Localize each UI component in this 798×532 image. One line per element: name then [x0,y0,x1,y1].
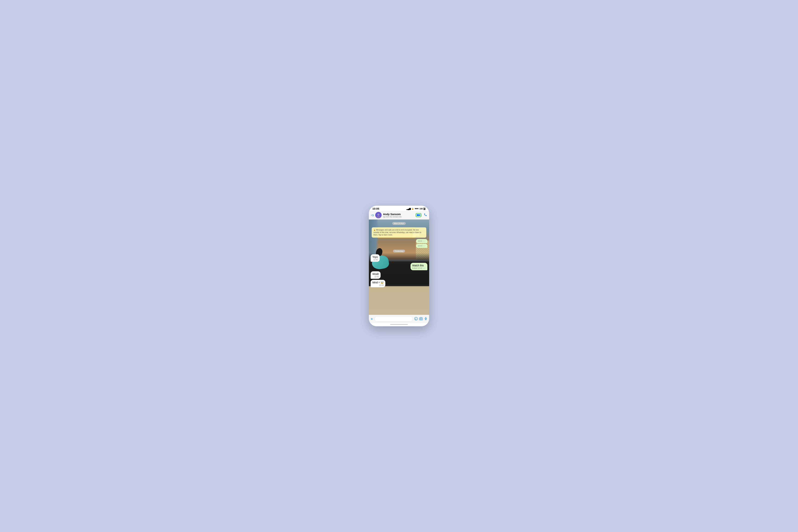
input-bar: + [369,315,429,323]
svg-point-7 [416,318,417,319]
svg-point-1 [377,213,380,216]
received-message-3: Mind = 🤯 12:43 [370,280,385,287]
status-icons: ▂▄▆ 🔒 ▾▾▾ 100 ▓ [406,207,425,210]
video-call-button[interactable] [416,213,421,217]
signal-icon: ▂▄▆ [406,208,411,210]
sent-meta-2: 16:43 ✓✓ [418,245,425,247]
nav-actions [416,213,427,217]
contact-info: Andy Sansom tap here for contact info [383,213,414,218]
sent-text-watch: Watch this [412,264,424,267]
sent-ticks-watch: ✓✓ [423,267,425,269]
sent-meta-1: 16:42 ✓✓ [418,240,425,242]
nav-bar: ‹ 5 Andy Sansom tap here for contact inf… [369,211,429,220]
phone-icon [424,213,427,216]
svg-rect-9 [425,317,426,319]
home-indicator [369,323,429,326]
message-input[interactable] [374,316,413,322]
received-meta-2: 12:43 [373,276,379,278]
received-text-3: Mind = 🤯 [373,281,384,284]
received-text-2: Woah [373,272,379,276]
lock-icon: 🔒 [412,208,414,210]
wifi-icon: ▾▾▾ [415,207,418,210]
received-meta-1: 12:42 [373,259,378,261]
date-badge-1: Mon 24 Apr [392,222,406,225]
received-time-1: 12:42 [374,259,378,261]
sent-bubble-2: 16:43 ✓✓ [416,244,428,248]
sent-time-2: 16:43 [418,245,422,247]
sticker-icon[interactable] [414,317,418,321]
received-time-3: 12:43 [379,284,384,286]
back-count[interactable]: 5 [372,214,374,217]
encryption-notice[interactable]: 🔒 Messages and calls are end-to-end encr… [372,227,426,238]
received-message-1: Yoyo 12:42 [370,254,380,262]
date-badge-yesterday: Yesterday [393,250,405,252]
sent-meta-watch: Edited 12:42 ✓✓ [412,267,425,269]
status-time: 10:05 [373,207,379,210]
avatar-image [375,212,382,218]
received-message-2: Woah 12:43 [370,271,381,279]
sent-ticks-1: ✓✓ [423,240,425,242]
battery-icon: 100 ▓ [419,208,425,210]
chevron-left-icon: ‹ [371,213,372,217]
plus-button[interactable]: + [370,317,373,321]
contact-name: Andy Sansom [383,213,414,216]
back-button[interactable]: ‹ 5 [371,213,374,217]
phone-frame: 10:05 ▂▄▆ 🔒 ▾▾▾ 100 ▓ ‹ 5 [369,206,429,326]
mic-icon[interactable] [424,317,428,321]
spacer [370,288,428,314]
sent-time-watch: 12:42 [418,267,422,269]
received-time-2: 12:43 [374,276,379,278]
input-actions [414,317,428,321]
contact-subtitle: tap here for contact info [383,216,414,218]
chat-area: 12:00 Mon 24 Apr 🔒 Messages and calls ar… [369,220,429,315]
video-camera-icon [417,214,420,216]
status-bar: 10:05 ▂▄▆ 🔒 ▾▾▾ 100 ▓ [369,206,429,211]
received-text-1: Yoyo [373,255,378,259]
svg-point-6 [416,318,416,319]
svg-point-8 [420,318,422,319]
sent-bubble-1: 16:42 ✓✓ [416,239,428,243]
sent-ticks-2: ✓✓ [423,245,425,247]
svg-rect-3 [417,214,419,216]
avatar [375,212,382,218]
svg-marker-4 [419,214,420,216]
messages-container: Mon 24 Apr 🔒 Messages and calls are end-… [369,220,429,315]
sent-message-watch: Watch this Edited 12:42 ✓✓ [411,263,428,270]
edited-label: Edited [412,267,417,269]
received-meta-3: 12:43 [373,284,384,286]
svg-point-5 [415,317,418,320]
sent-time-1: 16:42 [418,240,422,242]
camera-icon[interactable] [419,317,423,321]
home-bar [390,324,408,325]
phone-call-button[interactable] [424,213,427,217]
